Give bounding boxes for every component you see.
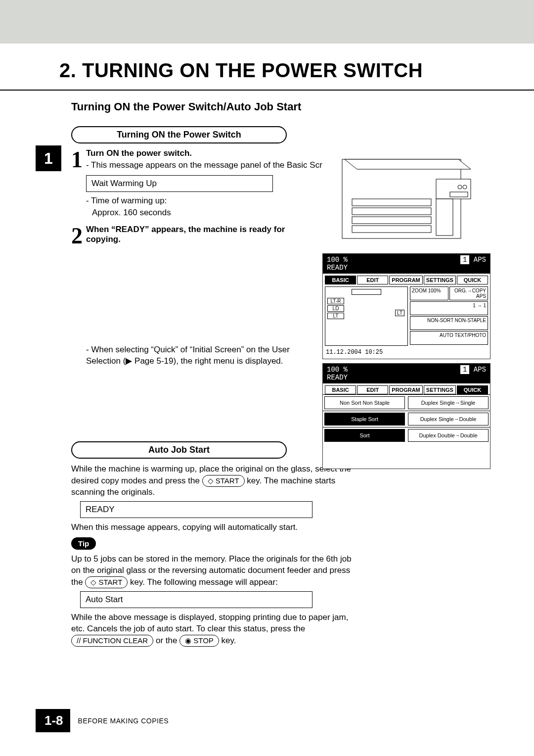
tray-panel: LT-R LD LT LT <box>325 286 408 346</box>
lcd1-datetime: 11.12.2004 10:25 <box>323 348 490 357</box>
start-key-2: ◇ START <box>85 576 128 588</box>
lcd2-count: 1 <box>460 365 469 374</box>
quick-menu-note: When selecting “Quick” of “Initial Scree… <box>71 344 318 367</box>
tab-edit: EDIT <box>357 276 388 284</box>
rc-nonsort: NON-SORT NON-STAPLE <box>410 316 488 330</box>
top-band <box>0 0 534 44</box>
para4-c: key. <box>222 636 236 645</box>
tray-ld: LD <box>327 305 344 312</box>
svg-rect-4 <box>352 217 431 224</box>
start-key: ◇ START <box>202 475 245 487</box>
para4-a: While the above message is displayed, st… <box>71 613 348 633</box>
svg-rect-9 <box>450 192 468 197</box>
para3-b: key. The following message will appear: <box>130 577 278 587</box>
autojob-para4: While the above message is displayed, st… <box>71 612 359 647</box>
step-2-number: 2 <box>71 225 86 247</box>
q-duplex-ss: Duplex Single→Single <box>408 396 489 409</box>
tab2-quick: QUICK <box>457 385 488 394</box>
function-clear-key: // FUNCTION CLEAR <box>71 635 153 647</box>
step-1-line3: Approx. 160 seconds <box>71 208 359 218</box>
step-1-number: 1 <box>71 148 86 171</box>
section-pill-power: Turning ON the Power Switch <box>71 126 287 143</box>
svg-rect-3 <box>352 208 431 215</box>
tray-lt1: LT <box>327 313 344 319</box>
lcd1-count: 1 <box>460 255 469 264</box>
heading-number: 2. <box>59 59 76 81</box>
lcd1-ready: READY <box>327 264 348 272</box>
rc-textphoto: AUTO TEXT/PHOTO <box>410 331 488 345</box>
page-heading: 2. TURNING ON THE POWER SWITCH <box>59 59 475 82</box>
q-sort: Sort <box>324 429 405 442</box>
copier-machine-illustration <box>322 149 490 248</box>
section-pill-autojob: Auto Job Start <box>71 441 287 459</box>
tab2-program: PROGRAM <box>389 385 422 394</box>
step-1-title: Turn ON the power switch. <box>86 148 359 158</box>
svg-rect-5 <box>352 226 431 233</box>
rc-zoom: ZOOM 100% <box>410 286 448 300</box>
svg-marker-1 <box>345 159 471 169</box>
lcd-quick-screen: 100 % 1 APS READY BASIC EDIT PROGRAM SET… <box>322 363 490 469</box>
tab2-settings: SETTINGS <box>424 385 456 394</box>
stop-key: ◉ STOP <box>179 635 219 647</box>
page-footer: 1-8 BEFORE MAKING COPIES <box>36 709 169 732</box>
lcd2-ready: READY <box>327 374 348 381</box>
step-2-title: When “READY” appears, the machine is rea… <box>86 225 294 244</box>
svg-rect-2 <box>352 199 431 206</box>
autojob-para3: Up to 5 jobs can be stored in the memory… <box>71 554 359 588</box>
page-number: 1-8 <box>36 709 70 732</box>
autojob-para1: While the machine is warming up, place t… <box>71 464 359 498</box>
svg-rect-10 <box>436 199 453 236</box>
lcd-basic-screen: 100 % 1 APS READY BASIC EDIT PROGRAM SET… <box>322 253 490 359</box>
tab-quick: QUICK <box>457 276 488 284</box>
tray-ltr: LT-R <box>327 298 344 304</box>
q-nonsort: Non Sort Non Staple <box>324 396 405 409</box>
heading-title: TURNING ON THE POWER SWITCH <box>82 59 423 81</box>
message-box-autostart: Auto Start <box>80 591 312 608</box>
rc-1to1: 1 → 1 <box>410 301 488 315</box>
step-1-line2: Time of warming up: <box>71 196 359 206</box>
q-staplesort: Staple Sort <box>324 413 405 425</box>
page-subheading: Turning ON the Power Switch/Auto Job Sta… <box>0 100 534 113</box>
tip-badge: Tip <box>71 537 96 550</box>
q-duplex-dd: Duplex Double→Double <box>408 429 489 442</box>
tab2-basic: BASIC <box>325 385 356 394</box>
message-box-ready: READY <box>80 501 312 518</box>
tab-program: PROGRAM <box>389 276 422 284</box>
lcd1-aps: APS <box>474 256 486 264</box>
lcd1-percent: 100 % <box>327 256 348 264</box>
para4-b: or the <box>156 636 179 645</box>
lcd2-aps: APS <box>474 366 486 374</box>
tab-settings: SETTINGS <box>424 276 456 284</box>
tab2-edit: EDIT <box>357 385 388 394</box>
tab-basic: BASIC <box>325 276 356 284</box>
footer-section-label: BEFORE MAKING COPIES <box>78 717 169 725</box>
tray-lt-side: LT <box>395 310 404 316</box>
lcd2-percent: 100 % <box>327 366 348 374</box>
q-duplex-sd: Duplex Single→Double <box>408 413 489 425</box>
step-1-line1: This message appears on the message pane… <box>86 160 359 170</box>
rc-orgcopy: ORG.→COPY APS <box>449 286 488 300</box>
autojob-para2: When this message appears, copying will … <box>71 522 359 533</box>
message-box-warmup: Wait Warming Up <box>86 175 273 192</box>
